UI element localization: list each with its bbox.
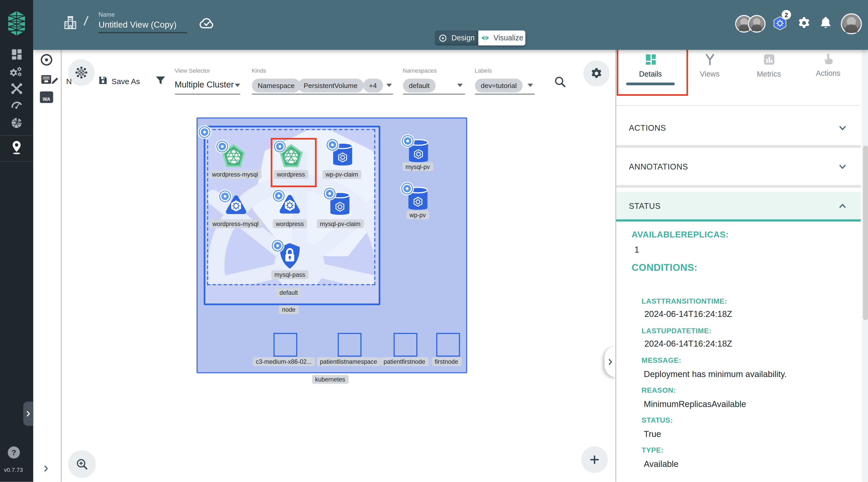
sync-badge-icon	[197, 125, 211, 139]
kind-chip[interactable]: Namespace	[252, 79, 301, 92]
tab-views[interactable]: Views	[680, 53, 739, 78]
meshery-spiral-icon[interactable]	[39, 53, 54, 67]
save-as-button[interactable]: Save As	[112, 77, 140, 86]
status-value: 1	[634, 245, 639, 255]
tab-actions[interactable]: Actions	[799, 53, 857, 78]
views-icon	[703, 53, 716, 66]
user-avatar[interactable]	[841, 13, 862, 34]
view-selector-caret[interactable]	[235, 84, 240, 87]
node-label: wp-pv-claim	[322, 170, 361, 179]
canvas-gear-icon[interactable]	[590, 67, 602, 80]
node-label: mysql-pv-claim	[316, 219, 364, 228]
accordion-status[interactable]: STATUS	[616, 192, 861, 220]
accordion-label: STATUS	[629, 201, 660, 210]
status-key: AVAILABLEREPLICAS:	[632, 230, 729, 240]
node-label: wordpress-mysql	[209, 170, 261, 179]
graph-node-placeholder[interactable]	[337, 333, 361, 357]
sidebar-item-extensions[interactable]	[10, 116, 23, 130]
sidebar-expand-handle[interactable]	[23, 401, 33, 426]
graph-icon[interactable]	[74, 65, 88, 80]
visualization-canvas[interactable]: N Save As View Selector Multiple Cluster…	[61, 50, 616, 482]
strip-expand-chevron[interactable]	[41, 463, 51, 474]
add-node-button[interactable]	[581, 446, 608, 473]
zoom-in-button[interactable]	[68, 450, 95, 478]
details-panel: Details Views Metrics Actions ACTIONS AN…	[616, 50, 868, 482]
graph-node-placeholder[interactable]	[273, 333, 297, 357]
organization-icon[interactable]	[62, 14, 79, 31]
status-accent-bar	[616, 219, 861, 221]
node-label: wordpress	[273, 219, 307, 228]
view-selector-label: View Selector	[175, 67, 210, 74]
condition-value: True	[644, 429, 661, 439]
graph-node-volume[interactable]	[328, 191, 351, 217]
cloud-saved-icon	[198, 15, 215, 31]
graph-node-deployment[interactable]	[221, 144, 246, 169]
condition-value: Deployment has minimum availability.	[644, 369, 787, 380]
accordion-annotations[interactable]: ANNOTATIONS	[616, 149, 861, 184]
graph-node-secret[interactable]	[277, 242, 302, 270]
tab-design-label: Design	[451, 34, 474, 42]
collaborator-avatar[interactable]	[748, 15, 766, 33]
accordion-actions[interactable]: ACTIONS	[616, 111, 861, 145]
labels-label: Labels	[475, 67, 492, 74]
kind-chip[interactable]: PersistentVolume	[298, 79, 364, 92]
edit-pencil-icon[interactable]	[51, 76, 60, 85]
panel-collapse-button[interactable]	[604, 346, 616, 377]
view-selector-underline	[175, 93, 240, 94]
help-button[interactable]: ?	[8, 446, 20, 458]
kinds-label: Kinds	[252, 67, 266, 74]
graph-node-placeholder[interactable]	[393, 333, 417, 357]
graph-node-service[interactable]	[223, 193, 248, 218]
metrics-icon	[762, 53, 776, 66]
sync-badge-icon	[271, 239, 284, 252]
node-label: c3-medium-x86-02...	[252, 357, 315, 366]
sidebar-item-configuration[interactable]	[10, 82, 23, 95]
graph-node-placeholder[interactable]	[436, 333, 460, 357]
tab-design[interactable]: Design	[435, 30, 478, 45]
graph-node-volume[interactable]	[406, 186, 429, 212]
panel-scrollbar[interactable]	[862, 50, 868, 482]
view-selector-value[interactable]: Multiple Cluster	[175, 80, 234, 90]
condition-value: 2024-06-14T16:24:18Z	[644, 309, 732, 319]
tab-visualize[interactable]: Visualize	[478, 30, 526, 45]
tab-metrics[interactable]: Metrics	[740, 53, 798, 78]
tab-visualize-label: Visualize	[493, 34, 523, 42]
accordion-label: ACTIONS	[629, 123, 666, 132]
namespaces-caret[interactable]	[457, 84, 463, 87]
highlight-rectangle-wordpress	[271, 138, 316, 187]
filter-funnel-icon[interactable]	[154, 74, 166, 86]
kind-chip-more[interactable]: +4	[363, 79, 383, 92]
label-chip[interactable]: dev=tutorial	[475, 79, 523, 92]
sidebar-item-lifecycle[interactable]	[9, 66, 25, 79]
view-name-input[interactable]	[99, 19, 187, 33]
node-label: patientlistnamespace	[316, 357, 380, 366]
breadcrumb-slash: /	[83, 13, 89, 29]
meshery-logo[interactable]	[5, 10, 28, 36]
accordion-divider	[616, 185, 861, 188]
chevron-right-icon	[606, 357, 615, 366]
sidebar-item-dashboard[interactable]	[10, 48, 23, 61]
node-name-label: node	[278, 305, 299, 314]
sidebar-item-performance[interactable]	[10, 98, 23, 111]
graph-node-service[interactable]	[277, 193, 302, 218]
graph-node-volume[interactable]	[407, 138, 430, 164]
scrollbar-thumb[interactable]	[863, 146, 868, 320]
tool-strip: WA	[33, 50, 61, 482]
name-label: Name	[99, 11, 115, 18]
save-as-icon[interactable]	[97, 75, 108, 86]
notifications-bell-icon[interactable]	[819, 16, 833, 29]
wasm-filter-icon[interactable]: WA	[40, 91, 53, 103]
chevron-down-icon	[837, 161, 849, 173]
graph-node-volume[interactable]	[331, 141, 354, 168]
settings-gear-icon[interactable]	[797, 16, 811, 30]
tab-label: Views	[680, 70, 739, 78]
sidebar-item-kanvas[interactable]	[10, 140, 23, 154]
accordion-divider	[616, 145, 861, 148]
sync-badge-icon	[401, 134, 414, 148]
kinds-caret[interactable]	[386, 84, 392, 87]
new-button-label[interactable]: N	[66, 77, 72, 86]
condition-key: REASON:	[642, 386, 676, 394]
search-icon[interactable]	[553, 75, 566, 88]
labels-caret[interactable]	[527, 84, 533, 87]
namespace-chip[interactable]: default	[403, 79, 436, 92]
